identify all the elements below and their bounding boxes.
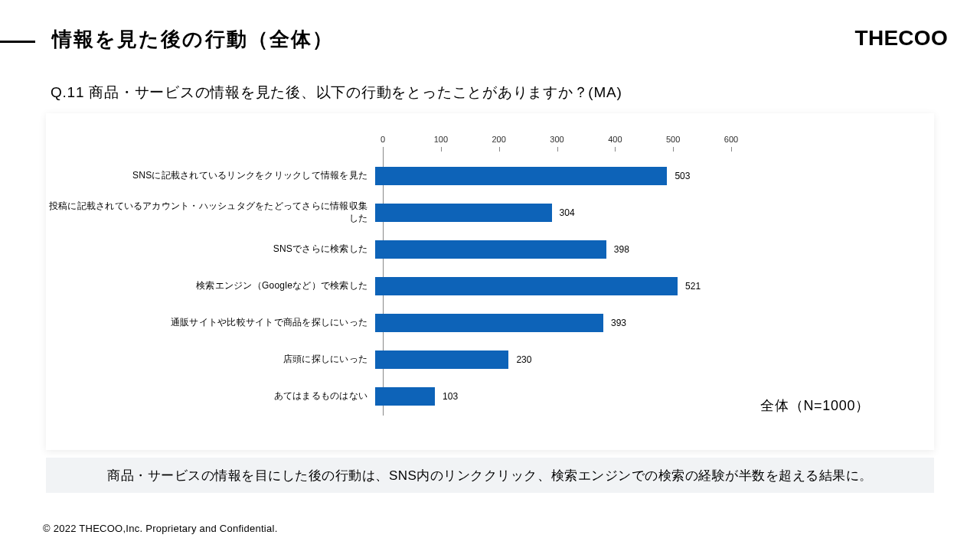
chart-plot: 0100200300400500600SNSに記載されているリンクをクリックして… — [383, 152, 731, 416]
x-tick-label: 0 — [381, 135, 385, 144]
chart-row: 通販サイトや比較サイトで商品を探しにいった393 — [46, 305, 934, 341]
value-label: 304 — [552, 204, 575, 222]
chart-row: 検索エンジン（Googleなど）で検索した521 — [46, 268, 934, 305]
bar-wrap: 393 — [375, 314, 724, 332]
category-label: 通販サイトや比較サイトで商品を探しにいった — [46, 317, 375, 329]
value-label: 503 — [667, 167, 690, 185]
x-tick-mark — [615, 147, 616, 152]
x-tick-label: 400 — [608, 135, 622, 144]
value-label: 398 — [606, 240, 629, 259]
bar-wrap: 503 — [375, 167, 724, 185]
value-label: 230 — [508, 350, 531, 369]
bar — [375, 204, 552, 222]
brand-logo: THECOO — [855, 26, 948, 51]
x-tick-mark — [731, 147, 732, 152]
chart-row: SNSでさらに検索した398 — [46, 231, 934, 268]
page-title: 情報を見た後の行動（全体） — [52, 26, 334, 53]
chart-row: 店頭に探しにいった230 — [46, 341, 934, 378]
bar — [375, 387, 435, 406]
bar — [375, 167, 667, 185]
bar-wrap: 230 — [375, 350, 724, 369]
slide: 情報を見た後の行動（全体） THECOO Q.11 商品・サービスの情報を見た後… — [0, 0, 980, 551]
value-label: 103 — [435, 387, 458, 406]
category-label: 投稿に記載されているアカウント・ハッシュタグをたどってさらに情報収集した — [46, 201, 375, 224]
category-label: SNSでさらに検索した — [46, 243, 375, 256]
x-tick-label: 100 — [434, 135, 448, 144]
x-tick-label: 600 — [724, 135, 738, 144]
bar-wrap: 304 — [375, 204, 724, 222]
x-tick-mark — [499, 147, 500, 152]
bar-wrap: 103 — [375, 387, 724, 406]
value-label: 393 — [603, 314, 626, 332]
x-tick-mark — [383, 147, 384, 152]
finding-summary: 商品・サービスの情報を目にした後の行動は、SNS内のリンククリック、検索エンジン… — [46, 458, 934, 493]
bar — [375, 277, 678, 295]
chart-row: SNSに記載されているリンクをクリックして情報を見た503 — [46, 158, 934, 194]
x-tick-mark — [441, 147, 442, 152]
category-label: 検索エンジン（Googleなど）で検索した — [46, 280, 375, 292]
chart-card: 0100200300400500600SNSに記載されているリンクをクリックして… — [46, 113, 934, 450]
value-label: 521 — [678, 277, 701, 295]
copyright-footer: © 2022 THECOO,Inc. Proprietary and Confi… — [43, 523, 278, 534]
title-accent-line — [0, 41, 35, 43]
bar — [375, 240, 606, 259]
category-label: SNSに記載されているリンクをクリックして情報を見た — [46, 170, 375, 182]
x-tick-mark — [557, 147, 558, 152]
bar-wrap: 521 — [375, 277, 724, 295]
bar-wrap: 398 — [375, 240, 724, 259]
x-tick-label: 200 — [492, 135, 505, 144]
chart-row: 投稿に記載されているアカウント・ハッシュタグをたどってさらに情報収集した304 — [46, 194, 934, 231]
x-tick-label: 500 — [666, 135, 680, 144]
x-tick-label: 300 — [550, 135, 564, 144]
bar — [375, 314, 603, 332]
category-label: 店頭に探しにいった — [46, 354, 375, 366]
sample-size-note: 全体（N=1000） — [760, 396, 870, 415]
title-row: 情報を見た後の行動（全体） — [0, 26, 334, 53]
category-label: あてはまるものはない — [46, 390, 375, 403]
bar — [375, 350, 508, 369]
question-text: Q.11 商品・サービスの情報を見た後、以下の行動をとったことがありますか？(M… — [51, 83, 622, 103]
x-tick-mark — [673, 147, 674, 152]
